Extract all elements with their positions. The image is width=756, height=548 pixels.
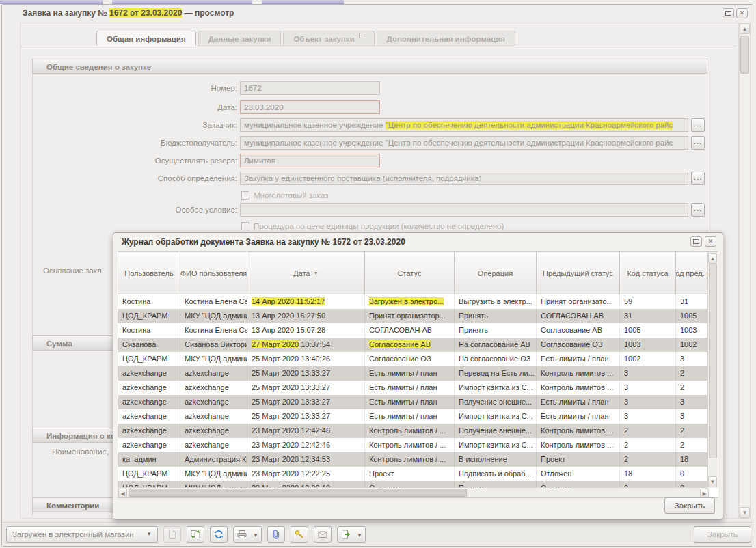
column-header[interactable]: Пользователь: [118, 252, 180, 294]
zakazchik-lookup-button[interactable]: ...: [691, 118, 705, 132]
budget-lookup-button[interactable]: ...: [691, 136, 705, 150]
close-window-button[interactable]: ✕: [736, 8, 748, 18]
sposob-lookup-button[interactable]: ...: [691, 172, 705, 185]
status-dropdown[interactable]: Загружен в электронный магазин▼: [6, 526, 158, 543]
table-cell: 18: [676, 452, 709, 467]
column-header[interactable]: Код статуса: [620, 252, 676, 294]
table-cell: В исполнение: [455, 452, 537, 467]
table-row[interactable]: azkexchangeazkexchange23 Март 2020 12:42…: [118, 424, 709, 438]
budget-field[interactable]: муниципальное казенное учреждение "Центр…: [240, 136, 688, 150]
close-journal-button[interactable]: Закрыть: [664, 497, 715, 514]
column-header[interactable]: Код пред. ст: [676, 252, 709, 294]
table-row[interactable]: КостинаКостина Елена Сер...13 Апр 2020 1…: [118, 323, 709, 338]
column-header[interactable]: Статус: [365, 252, 455, 294]
reserve-label: Осуществлять резерв:: [43, 154, 237, 167]
table-cell: 23 Март 2020 12:42:46: [247, 424, 365, 438]
maximize-button[interactable]: [723, 8, 734, 18]
scroll-left-icon[interactable]: ◀: [118, 489, 127, 497]
scroll-thumb[interactable]: [740, 36, 749, 74]
table-cell: МКУ "ЦОД админи...: [180, 352, 247, 366]
scroll-thumb[interactable]: [129, 489, 467, 497]
column-header[interactable]: Операция: [455, 252, 537, 294]
journal-table: ПользовательФИО пользователяДата▼СтатусО…: [118, 251, 718, 498]
zakazchik-field[interactable]: муниципальное казенное учреждение "Центр…: [240, 118, 688, 132]
table-row[interactable]: azkexchangeazkexchange25 Март 2020 13:33…: [118, 395, 709, 409]
table-cell: 2: [620, 424, 676, 438]
attach-button[interactable]: [267, 526, 285, 543]
osoboe-field[interactable]: [240, 203, 688, 217]
table-row[interactable]: ЦОД_КРАРММКУ "ЦОД админи...23 Март 2020 …: [118, 467, 709, 481]
nomer-field[interactable]: 1672: [240, 81, 380, 95]
table-cell: Костина Елена Сер...: [180, 294, 247, 309]
sposob-field[interactable]: Закупка у единственного поставщика (испо…: [240, 172, 688, 185]
file-icon: [167, 529, 178, 540]
table-cell: Согласование АВ: [537, 323, 620, 338]
table-cell: 1003: [620, 338, 676, 352]
table-cell: На согласование ОЗ: [455, 352, 537, 366]
table-cell: 2: [676, 424, 709, 438]
mail-button[interactable]: [314, 526, 332, 543]
scroll-thumb[interactable]: [709, 264, 717, 458]
table-cell: Есть лимиты / план: [537, 395, 620, 409]
table-row[interactable]: ЦОД_КРАРММКУ "ЦОД админи...13 Апр 2020 1…: [118, 309, 709, 323]
table-row[interactable]: azkexchangeazkexchange25 Март 2020 13:33…: [118, 409, 709, 424]
tab-2[interactable]: Объект закупки: [283, 31, 374, 46]
modal-maximize-button[interactable]: [690, 236, 702, 247]
multilot-checkbox[interactable]: [241, 191, 249, 200]
table-row[interactable]: СизановаСизанова Виктори...27 Март 2020 …: [118, 338, 709, 352]
refresh-icon: [213, 529, 224, 540]
column-header[interactable]: Дата▼: [247, 252, 365, 294]
table-cell: Проект: [365, 467, 455, 481]
sign-button[interactable]: [291, 526, 308, 543]
table-cell: Принят организато...: [537, 294, 620, 309]
export-button[interactable]: ▼: [337, 526, 366, 543]
scroll-up-icon[interactable]: ▲: [708, 253, 717, 264]
multilot-checkbox-row: Многолотовый заказ: [241, 191, 328, 200]
table-row[interactable]: ЦОД_КРАРММКУ "ЦОД админи...25 Март 2020 …: [118, 352, 709, 366]
main-vertical-scrollbar[interactable]: ▲ ▼: [739, 23, 751, 519]
table-cell: Есть лимиты / план: [365, 381, 455, 395]
table-row[interactable]: azkexchangeazkexchange25 Март 2020 13:33…: [118, 381, 709, 395]
osoboe-lookup-button[interactable]: ...: [691, 203, 705, 217]
table-row[interactable]: azkexchangeazkexchange25 Март 2020 13:33…: [118, 366, 709, 381]
tab-3[interactable]: Дополнительная информация: [377, 31, 515, 46]
price-unit-checkbox[interactable]: [241, 222, 249, 230]
print-button[interactable]: ▼: [233, 526, 262, 543]
tab-bar: Общая информацияДанные закупкиОбъект зак…: [96, 31, 517, 46]
reserve-field[interactable]: Лимитов: [240, 154, 380, 167]
scroll-down-icon[interactable]: ▼: [740, 507, 750, 518]
table-cell: Принять: [455, 323, 537, 338]
scroll-up-icon[interactable]: ▲: [740, 23, 750, 34]
data-field[interactable]: 23.03.2020: [240, 100, 380, 114]
zakazchik-label: Заказчик:: [43, 118, 237, 132]
table-cell: Перевод на Есть ли...: [455, 366, 537, 381]
scroll-down-icon[interactable]: ▼: [708, 476, 717, 487]
table-cell: Контроль лимитов ...: [537, 366, 620, 381]
tab-1[interactable]: Данные закупки: [198, 31, 282, 46]
table-row[interactable]: ка_админАдминистрация Кр...23 Март 2020 …: [118, 452, 709, 467]
table-cell: МКУ "ЦОД админи...: [180, 467, 247, 481]
maximize-icon: [725, 11, 731, 16]
column-header[interactable]: ФИО пользователя: [180, 252, 247, 294]
nomer-label: Номер:: [43, 81, 237, 95]
chevron-down-icon: ▼: [357, 532, 362, 538]
table-cell: Костина: [118, 294, 180, 309]
price-unit-checkbox-row: Процедура по цене единицы продукции (кол…: [241, 221, 504, 231]
table-cell: 23 Март 2020 12:22:25: [247, 467, 365, 481]
table-horizontal-scrollbar[interactable]: ◀ ▶: [118, 487, 709, 497]
table-row[interactable]: azkexchangeazkexchange23 Март 2020 12:42…: [118, 438, 709, 452]
tab-0[interactable]: Общая информация: [96, 31, 196, 46]
table-vertical-scrollbar[interactable]: ▲ ▼: [707, 252, 718, 488]
table-row[interactable]: КостинаКостина Елена Сер...14 Апр 2020 1…: [118, 294, 709, 309]
close-main-button[interactable]: Закрыть: [694, 526, 751, 543]
sync-document-button[interactable]: [187, 526, 204, 543]
table-cell: Контроль лимитов / ...: [365, 452, 455, 467]
column-header[interactable]: Предыдущий статус: [537, 252, 620, 294]
table-cell: 25 Март 2020 13:33:27: [247, 366, 365, 381]
table-cell: Контроль лимитов ...: [537, 381, 620, 395]
table-cell: 13 Апр 2020 15:07:28: [247, 323, 365, 338]
refresh-button[interactable]: [210, 526, 228, 543]
modal-close-button[interactable]: ✕: [705, 236, 716, 247]
table-cell: Проект: [537, 452, 620, 467]
scroll-right-icon[interactable]: ▶: [700, 489, 709, 497]
